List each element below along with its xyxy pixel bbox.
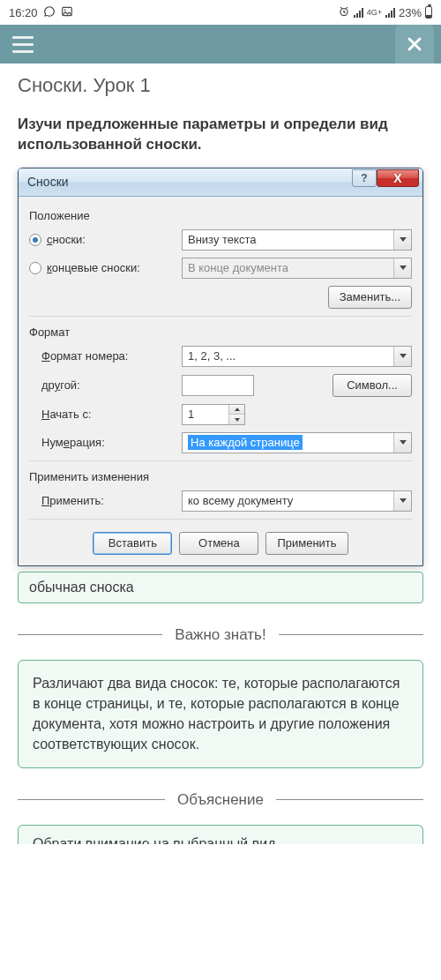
numbering-label: Нумерация: [29,436,175,449]
footnote-dialog: Сноски ? X Положение сноски: Внизу текст… [18,168,423,566]
page-title: Сноски. Урок 1 [0,64,441,113]
dialog-title: Сноски [27,175,69,189]
numbering-select[interactable]: На каждой странице [182,432,412,453]
cancel-button[interactable]: Отмена [179,532,258,555]
important-info-box: Различают два вида сносок: те, которые р… [18,660,423,768]
signal-icon-2 [385,8,395,18]
image-icon [61,5,73,20]
chevron-down-icon [393,258,411,278]
close-button[interactable] [395,25,434,64]
group-position-label: Положение [29,209,412,222]
chevron-down-icon [393,491,411,511]
group-format-label: Формат [29,325,412,339]
footnotes-radio-label: сноски: [47,233,86,246]
section-heading-important: Важно знать! [18,626,423,644]
chevron-down-icon [393,347,411,366]
battery-pct: 23% [399,6,422,19]
chevron-down-icon [393,230,411,250]
apply-to-label: Применить: [29,494,175,507]
signal-icon [354,8,363,18]
app-header [0,25,441,64]
instruction-text: Изучи предложенные параметры и определи … [0,113,441,168]
whatsapp-icon [43,5,56,20]
group-apply-label: Применить изменения [29,470,412,483]
footnotes-position-select[interactable]: Внизу текста [182,229,412,251]
apply-to-select[interactable]: ко всему документу [182,490,412,512]
start-at-spinner[interactable]: 1 [182,404,245,425]
explanation-box: Обрати внимание на выбранный вид [18,825,423,844]
status-time: 16:20 [9,6,38,19]
battery-icon [425,6,432,19]
number-format-select[interactable]: 1, 2, 3, ... [182,346,412,367]
status-bar: 16:20 4G+ 23% [0,0,441,25]
chevron-down-icon [393,433,411,453]
other-label: другой: [29,378,175,392]
other-input[interactable] [182,375,254,396]
spin-up-icon[interactable] [229,405,244,415]
section-heading-explanation: Объяснение [18,791,423,809]
dialog-close-button[interactable]: X [377,169,419,187]
insert-button[interactable]: Вставить [93,532,172,555]
endnotes-position-select: В конце документа [182,258,412,279]
endnotes-radio-label: концевые сноски: [47,261,140,274]
network-label: 4G+ [367,8,382,17]
swap-button[interactable]: Заменить... [328,286,412,309]
dialog-titlebar: Сноски ? X [19,168,422,197]
spin-down-icon[interactable] [229,415,244,424]
alarm-icon [338,5,350,20]
dialog-help-button[interactable]: ? [352,169,377,187]
endnotes-radio[interactable] [29,262,41,274]
answer-box[interactable]: обычная сноска [18,572,423,603]
menu-button[interactable] [7,31,39,58]
apply-button[interactable]: Применить [265,532,348,555]
start-at-label: Начать с: [29,408,175,421]
symbol-button[interactable]: Символ... [333,374,412,397]
number-format-label: Формат номера: [29,349,175,363]
svg-point-1 [64,9,65,11]
footnotes-radio[interactable] [29,234,41,246]
